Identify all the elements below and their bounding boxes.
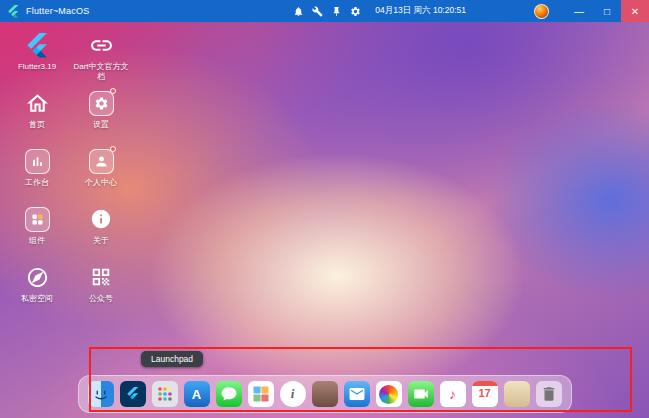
dock-item-music-icon[interactable]: ♪ [440, 381, 466, 407]
desktop-icon-label: 私密空间 [21, 294, 53, 304]
desktop-wallpaper: Flutter3.19 Dart中文官方文档 首页 [0, 22, 649, 418]
titlebar-right: 04月13日 周六 10:20:51 — □ ✕ [289, 0, 649, 22]
desktop-icon-widgets[interactable]: 组件 [6, 205, 68, 263]
notification-badge [110, 88, 116, 94]
info-circle-icon [87, 205, 115, 233]
widgets-tile-icon [23, 205, 51, 233]
dock-item-notes-icon[interactable] [504, 381, 530, 407]
desktop-icon-label: 关于 [93, 236, 109, 246]
bar-chart-tile-icon [23, 147, 51, 175]
desktop-icon-about[interactable]: 关于 [70, 205, 132, 263]
calendar-day: 17 [478, 386, 490, 401]
dock-item-screens-grid-icon[interactable] [248, 381, 274, 407]
pin-icon[interactable] [327, 0, 346, 22]
dock-item-trash-icon[interactable] [536, 381, 562, 407]
desktop-icon-profile[interactable]: 个人中心 [70, 147, 132, 205]
tools-wrench-icon[interactable] [308, 0, 327, 22]
desktop-icon-home[interactable]: 首页 [6, 89, 68, 147]
person-icon [89, 149, 114, 174]
desktop-icon-flutter319[interactable]: Flutter3.19 [6, 31, 68, 89]
home-icon [23, 89, 51, 117]
close-button[interactable]: ✕ [621, 0, 649, 22]
desktop-icon-grid: Flutter3.19 Dart中文官方文档 首页 [6, 31, 132, 321]
settings-tile-icon [87, 89, 115, 117]
desktop-icon-label: 首页 [29, 120, 45, 130]
flutter-logo-icon [23, 31, 51, 59]
settings-gear-icon[interactable] [346, 0, 365, 22]
flutter-logo-icon [7, 5, 20, 18]
info-letter: i [291, 386, 295, 402]
desktop-icon-dart-docs[interactable]: Dart中文官方文档 [70, 31, 132, 89]
desktop-icon-workbench[interactable]: 工作台 [6, 147, 68, 205]
dock: A i ♪ 17 [78, 375, 572, 413]
widgets-grid-icon [25, 207, 50, 232]
notification-badge [110, 146, 116, 152]
desktop-icon-label: 工作台 [25, 178, 49, 188]
dock-item-launchpad-icon[interactable] [152, 381, 178, 407]
desktop-icon-label: Dart中文官方文档 [72, 62, 130, 83]
datetime-text: 04月13日 周六 10:20:51 [375, 5, 466, 17]
compass-icon [23, 263, 51, 291]
titlebar: Flutter~MacOS 04月13日 周六 10:20:51 — □ ✕ [0, 0, 649, 22]
desktop-icon-private-space[interactable]: 私密空间 [6, 263, 68, 321]
qr-code-icon [87, 263, 115, 291]
person-tile-icon [87, 147, 115, 175]
desktop-icon-label: 组件 [29, 236, 45, 246]
desktop-icon-label: 个人中心 [85, 178, 117, 188]
dock-item-appstore-icon[interactable]: A [184, 381, 210, 407]
desktop-icon-official-account[interactable]: 公众号 [70, 263, 132, 321]
dock-item-info-icon[interactable]: i [280, 381, 306, 407]
minimize-button[interactable]: — [565, 0, 593, 22]
desktop-icon-label: 公众号 [89, 294, 113, 304]
desktop-icon-settings[interactable]: 设置 [70, 89, 132, 147]
music-note-glyph: ♪ [449, 386, 456, 402]
dock-item-flutter-icon[interactable] [120, 381, 146, 407]
user-avatar[interactable] [534, 4, 549, 19]
dock-item-photos-icon[interactable] [376, 381, 402, 407]
link-icon [87, 31, 115, 59]
dock-item-facetime-icon[interactable] [408, 381, 434, 407]
window-title: Flutter~MacOS [26, 6, 89, 16]
notifications-bell-icon[interactable] [289, 0, 308, 22]
appstore-letter: A [192, 387, 201, 402]
bar-chart-icon [25, 149, 50, 174]
dock-item-contacts-icon[interactable] [312, 381, 338, 407]
gear-icon [89, 91, 114, 116]
dock-tooltip: Launchpad [141, 351, 203, 367]
dock-item-messages-icon[interactable] [216, 381, 242, 407]
photos-pinwheel-icon [379, 385, 398, 404]
dock-item-calendar-icon[interactable]: 17 [472, 381, 498, 407]
desktop-icon-label: Flutter3.19 [18, 62, 56, 72]
app-window: Flutter~MacOS 04月13日 周六 10:20:51 — □ ✕ [0, 0, 649, 418]
maximize-button[interactable]: □ [593, 0, 621, 22]
dock-item-finder-icon[interactable] [88, 381, 114, 407]
dock-item-mail-icon[interactable] [344, 381, 370, 407]
desktop-icon-label: 设置 [93, 120, 109, 130]
